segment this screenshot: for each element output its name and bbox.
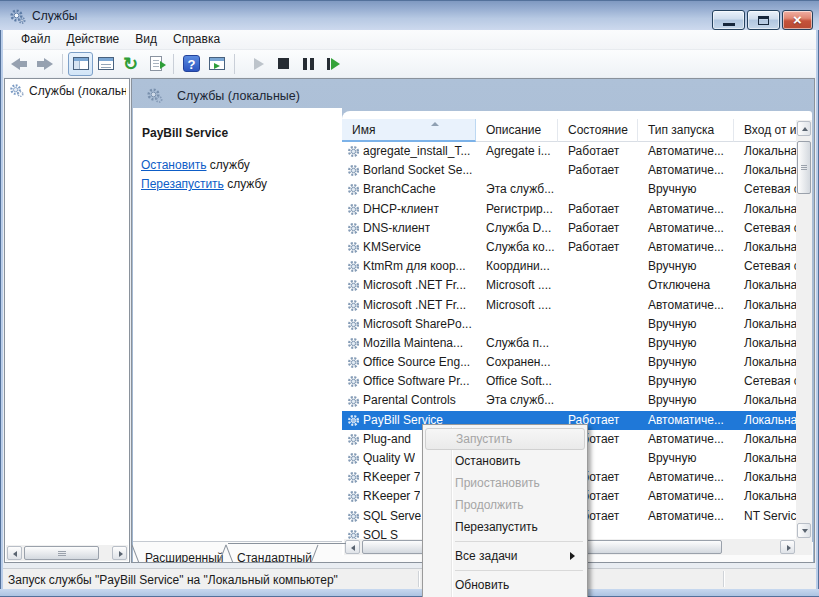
menu-item[interactable]: Файл xyxy=(13,30,59,49)
service-row[interactable]: Office Software Pr... Office Soft... Вру… xyxy=(342,372,796,391)
tab-strip-line xyxy=(228,543,346,544)
stop-service-link[interactable]: Остановить xyxy=(141,158,207,172)
scroll-thumb[interactable] xyxy=(24,546,99,560)
forward-button[interactable] xyxy=(32,52,57,76)
menu-bar: ФайлДействиеВидСправка xyxy=(3,30,816,49)
scroll-up-arrow[interactable] xyxy=(797,121,811,136)
menu-item[interactable]: Действие xyxy=(59,30,128,49)
scroll-left-arrow[interactable] xyxy=(7,546,22,560)
context-menu-item[interactable]: Продолжить xyxy=(425,494,585,516)
context-menu-item[interactable]: Приостановить xyxy=(425,472,585,494)
maximize-button[interactable] xyxy=(747,10,780,30)
close-button[interactable] xyxy=(782,10,813,30)
service-gear-icon xyxy=(347,414,360,427)
service-gear-icon xyxy=(347,471,360,484)
context-menu-item[interactable]: Запустить xyxy=(425,428,585,450)
scroll-right-arrow[interactable] xyxy=(780,540,795,554)
services-gear-icon xyxy=(9,8,26,29)
service-row[interactable]: Parental Controls Эта служб... Вручную Л… xyxy=(342,391,796,410)
back-button[interactable] xyxy=(7,52,32,76)
separator[interactable] xyxy=(62,54,63,74)
service-description-panel: PayBill Service Остановить службу Переза… xyxy=(133,108,342,542)
minimize-button[interactable] xyxy=(712,10,745,30)
service-row[interactable]: Office Source Eng... Сохранен... Вручную… xyxy=(342,353,796,372)
close-icon xyxy=(793,11,802,29)
help-button[interactable] xyxy=(179,52,204,76)
vertical-scrollbar[interactable] xyxy=(796,120,812,539)
pause-service-button[interactable] xyxy=(296,52,321,76)
separator[interactable] xyxy=(234,54,235,74)
service-gear-icon xyxy=(347,279,360,292)
show-console-tree-button[interactable] xyxy=(68,52,93,76)
window-controls xyxy=(710,10,813,30)
export-list-button[interactable] xyxy=(143,52,168,76)
service-row[interactable]: KMService Служба ко... Работает Автомати… xyxy=(342,238,796,257)
service-gear-icon xyxy=(347,318,360,331)
stop-service-icon xyxy=(278,58,289,69)
properties-icon xyxy=(98,57,114,70)
titlebar[interactable]: Службы xyxy=(0,0,819,30)
menu-item[interactable]: Справка xyxy=(165,30,228,49)
service-gear-icon xyxy=(347,183,360,196)
service-gear-icon xyxy=(347,203,360,216)
services-gear-icon xyxy=(146,87,163,104)
context-menu-item[interactable]: Остановить xyxy=(425,450,585,472)
service-row[interactable]: Mozilla Maintena... Служба п... Вручную … xyxy=(342,334,796,353)
restart-service-button[interactable] xyxy=(321,52,346,76)
forward-icon xyxy=(36,58,53,70)
stop-service-button[interactable] xyxy=(271,52,296,76)
scroll-left-arrow[interactable] xyxy=(345,540,360,554)
new-window-button[interactable] xyxy=(204,52,229,76)
back-icon xyxy=(11,58,28,70)
console-tree-panel: Службы (локальные) xyxy=(4,78,130,563)
submenu-arrow-icon xyxy=(570,552,575,560)
services-window: Службы ФайлДействиеВидСправка xyxy=(0,0,819,597)
column-header[interactable]: Тип запуска xyxy=(638,119,734,142)
service-row[interactable]: agregate_install_T... Agregate i... Рабо… xyxy=(342,142,796,161)
menu-item[interactable]: Вид xyxy=(127,30,165,49)
column-header[interactable]: Описание xyxy=(476,119,558,142)
service-gear-icon xyxy=(347,490,360,503)
export-list-icon xyxy=(150,56,162,71)
tree-item-label: Службы (локальные) xyxy=(29,84,126,98)
tree-item-services[interactable]: Службы (локальные) xyxy=(9,83,126,98)
properties-button[interactable] xyxy=(93,52,118,76)
toolbar xyxy=(3,49,816,77)
minimize-icon xyxy=(723,23,735,26)
context-menu-item[interactable]: Все задачи xyxy=(425,545,585,567)
window-border-bottom xyxy=(0,589,819,597)
service-gear-icon xyxy=(347,395,360,408)
scroll-down-arrow[interactable] xyxy=(797,523,811,538)
restart-service-icon xyxy=(327,58,340,70)
tab-standard[interactable]: Стандартный xyxy=(237,551,312,563)
start-service-icon xyxy=(254,58,264,70)
refresh-button[interactable] xyxy=(118,52,143,76)
service-row[interactable]: Borland Socket Se... Работает Автоматиче… xyxy=(342,161,796,180)
tab-extended[interactable]: Расширенный xyxy=(145,551,224,563)
context-menu-item[interactable] xyxy=(455,541,583,542)
service-row[interactable]: DHCP-клиент Регистрир... Работает Автома… xyxy=(342,200,796,219)
context-menu-item[interactable] xyxy=(455,570,583,571)
context-menu: Запустить Остановить Приостановить Продо… xyxy=(422,424,588,597)
context-menu-item[interactable]: Перезапустить xyxy=(425,516,585,538)
separator[interactable] xyxy=(173,54,174,74)
service-row[interactable]: Microsoft .NET Fr... Microsoft .... Авто… xyxy=(342,296,796,315)
service-row[interactable]: Microsoft .NET Fr... Microsoft .... Откл… xyxy=(342,276,796,295)
tree-horizontal-scrollbar[interactable] xyxy=(6,545,128,561)
service-gear-icon xyxy=(347,337,360,350)
service-row[interactable]: Microsoft SharePo... Вручную Локальна xyxy=(342,315,796,334)
service-gear-icon xyxy=(347,241,360,254)
service-gear-icon xyxy=(347,145,360,158)
scrollbar-corner xyxy=(796,539,812,555)
scroll-right-arrow[interactable] xyxy=(112,546,127,560)
column-header[interactable]: Имя xyxy=(342,119,476,142)
column-header[interactable]: Состояние xyxy=(558,119,638,142)
service-row[interactable]: DNS-клиент Служба D... Работает Автомати… xyxy=(342,219,796,238)
service-row[interactable]: BranchCache Эта служб... Вручную Сетевая… xyxy=(342,180,796,199)
service-row[interactable]: KtmRm для коор... Координи... Вручную Се… xyxy=(342,257,796,276)
restart-service-link[interactable]: Перезапустить xyxy=(141,177,224,191)
context-menu-item[interactable]: Обновить xyxy=(425,574,585,596)
status-bar: Запуск службы "PayBill Service" на "Лока… xyxy=(3,568,816,589)
scroll-thumb[interactable] xyxy=(797,141,811,194)
start-service-button[interactable] xyxy=(246,52,271,76)
